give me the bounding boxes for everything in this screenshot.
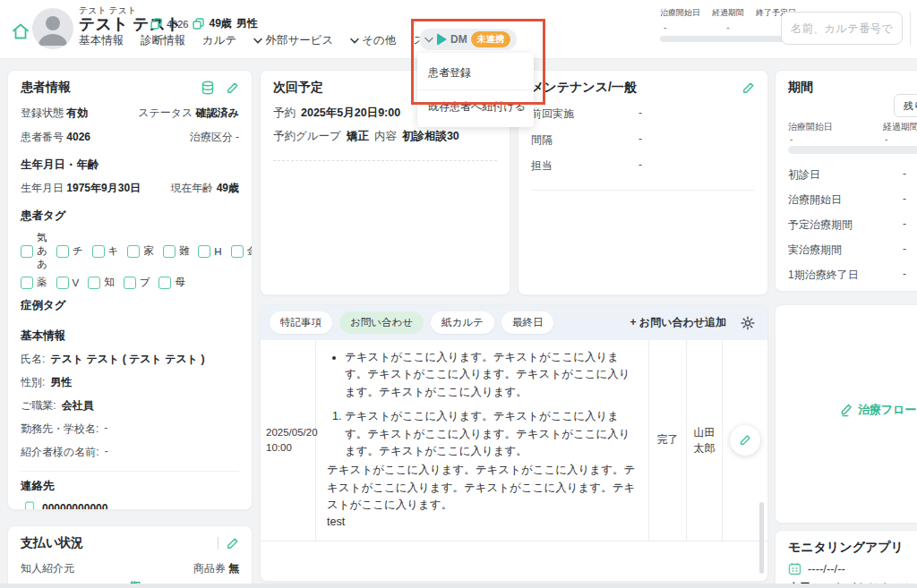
checkbox-icon bbox=[231, 245, 244, 258]
database-icon[interactable] bbox=[201, 81, 215, 95]
nav-karte[interactable]: カルテ bbox=[202, 33, 236, 48]
nav-external-services[interactable]: 外部サービス bbox=[253, 33, 333, 48]
registration-value: 有効 bbox=[66, 107, 88, 119]
patient-tag-checkbox[interactable]: キ bbox=[92, 244, 119, 258]
patient-number-label: 患者番号 bbox=[21, 131, 64, 143]
patient-tag-checkbox[interactable]: 薬 bbox=[21, 276, 47, 289]
tab-inquiries[interactable]: お問い合わせ bbox=[339, 311, 424, 334]
checkbox-icon bbox=[21, 277, 33, 289]
patient-avatar[interactable] bbox=[32, 8, 73, 49]
period-elapsed-label: 経過期間 bbox=[883, 121, 917, 133]
entry-numbered-text: テキストがここに入ります。テキストがここに入ります。テキストがここに入ります。テ… bbox=[345, 408, 638, 460]
divider bbox=[21, 471, 239, 472]
add-inquiry-button[interactable]: + お問い合わせ追加 bbox=[630, 315, 726, 330]
patient-tags-title: 患者タグ bbox=[8, 200, 252, 227]
phase1-end-label: 1期治療終了日 bbox=[788, 268, 903, 283]
chevron-down-icon bbox=[253, 38, 262, 44]
monitoring-title: モニタリングアプリ bbox=[788, 540, 904, 556]
treatment-start-label: 治療開始日 bbox=[788, 192, 903, 208]
menu-item-register-patient[interactable]: 患者登録 bbox=[417, 56, 534, 89]
dm-link-button[interactable]: DM 未連携 bbox=[419, 29, 517, 50]
inquiry-card: 特記事項 お問い合わせ 紙カルテ 最終日 + お問い合わせ追加 2025/05/… bbox=[260, 304, 768, 582]
edit-icon[interactable] bbox=[226, 81, 239, 95]
edit-icon[interactable] bbox=[226, 537, 239, 550]
checkbox-icon bbox=[21, 245, 33, 258]
checkbox-icon bbox=[159, 277, 171, 289]
patient-age: 49歳 bbox=[209, 16, 231, 31]
nav-basic-info[interactable]: 基本情報 bbox=[79, 33, 124, 48]
basic-info-title: 基本情報 bbox=[8, 317, 252, 347]
patient-tag-checkbox[interactable]: V bbox=[56, 277, 80, 289]
tab-special-notes[interactable]: 特記事項 bbox=[270, 311, 332, 334]
monitoring-date: ----/--/-- bbox=[808, 562, 845, 575]
edit-icon[interactable] bbox=[741, 81, 755, 95]
inquiry-tab-bar: 特記事項 お問い合わせ 紙カルテ 最終日 + お問い合わせ追加 bbox=[261, 305, 767, 340]
main-nav: 基本情報 診断情報 カルテ 外部サービス その他 ストレージ bbox=[79, 33, 470, 48]
monitoring-app-card: モニタリングアプリ ----/--/-- 表示データがありません。 bbox=[775, 530, 917, 588]
contact-section-title: 連絡先 bbox=[8, 479, 252, 498]
workplace-value: - bbox=[104, 422, 107, 437]
icon-separator bbox=[218, 537, 219, 550]
checkbox-icon bbox=[56, 245, 69, 258]
registration-label: 登録状態 bbox=[21, 107, 64, 119]
copy-number-icon[interactable] bbox=[193, 18, 204, 30]
mobile-number: 00000000000 bbox=[42, 502, 107, 511]
patient-sex: 男性 bbox=[236, 16, 258, 31]
checkbox-icon bbox=[88, 277, 100, 289]
current-age-label: 現在年齢 bbox=[170, 182, 213, 194]
treatment-flow-link[interactable]: 治療フロー bbox=[840, 402, 917, 418]
actual-period-label: 実治療期間 bbox=[788, 243, 903, 258]
patient-tag-checkbox[interactable]: 知 bbox=[88, 276, 115, 289]
staff-in-charge-label: 担当 bbox=[531, 158, 638, 174]
patient-tag-checkbox[interactable]: 家 bbox=[127, 244, 154, 258]
entry-status: 完了 bbox=[649, 340, 687, 541]
referrer-name-value: - bbox=[105, 445, 108, 460]
nav-diagnosis-info[interactable]: 診断情報 bbox=[141, 33, 185, 48]
voucher-label: 商品券 bbox=[193, 562, 226, 575]
patient-tag-checkbox[interactable]: 気ああ bbox=[21, 231, 47, 271]
patient-tag-checkbox[interactable]: 難 bbox=[163, 244, 190, 258]
gear-icon[interactable] bbox=[741, 316, 755, 330]
patient-info-card: 患者情報 登録状態 有効 ステータス 確認済み 患者番号 4026 治療区分 -… bbox=[7, 70, 253, 510]
entry-staff: 山田 bbox=[694, 426, 716, 439]
reserve-group-label: 予約グループ bbox=[273, 129, 341, 144]
patient-tag-checkbox[interactable]: H bbox=[198, 245, 221, 258]
case-tags-title: 症例タグ bbox=[8, 290, 252, 317]
period-title: 期間 bbox=[788, 80, 813, 96]
name-label: 氏名: bbox=[21, 352, 45, 367]
nav-others[interactable]: その他 bbox=[350, 33, 396, 48]
dm-dropdown-menu: 患者登録 既存患者へ紐付ける bbox=[417, 53, 534, 127]
patient-tag-checkbox[interactable]: 金 bbox=[231, 244, 253, 258]
copy-name-icon[interactable] bbox=[150, 18, 162, 30]
tab-paper-karte[interactable]: 紙カルテ bbox=[431, 311, 494, 334]
inquiry-row[interactable]: 2025/05/20 10:00 テキストがここに入ります。テキストがここに入り… bbox=[261, 340, 767, 541]
next-appointment-title: 次回予定 bbox=[273, 80, 323, 96]
last-performed-label: 前回実施 bbox=[531, 107, 638, 122]
checkbox-icon bbox=[198, 245, 210, 258]
horizontal-scrollbar[interactable] bbox=[0, 584, 917, 588]
reserve-group-value: 矯正 bbox=[347, 129, 369, 144]
tab-last-day[interactable]: 最終日 bbox=[501, 311, 554, 334]
header-divider bbox=[910, 12, 911, 45]
job-label: ご職業: bbox=[21, 398, 56, 413]
patient-info-title: 患者情報 bbox=[21, 80, 71, 96]
reserve-datetime: 2025年5月20日9:00 bbox=[301, 106, 400, 121]
last-performed-value: - bbox=[638, 107, 642, 122]
home-icon[interactable] bbox=[11, 21, 30, 41]
menu-item-link-existing-patient[interactable]: 既存患者へ紐付ける bbox=[417, 90, 534, 124]
category-value: - bbox=[236, 131, 239, 143]
vertical-scrollbar[interactable] bbox=[759, 502, 764, 574]
staff-in-charge-value: - bbox=[638, 158, 642, 174]
search-input[interactable] bbox=[781, 12, 903, 45]
dm-app-icon bbox=[437, 33, 447, 46]
patient-tag-checkbox[interactable]: ブ bbox=[124, 276, 150, 289]
patient-tag-checkbox[interactable]: チ bbox=[56, 244, 83, 258]
edit-entry-button[interactable] bbox=[730, 425, 760, 456]
period-start-label: 治療開始日 bbox=[788, 121, 883, 133]
maintenance-title: メンテナンス/一般 bbox=[531, 80, 637, 96]
entry-body: テキストがここに入ります。テキストがここに入ります。テキストがここに入ります。テ… bbox=[316, 340, 649, 541]
entry-date: 2025/05/20 bbox=[266, 425, 310, 440]
name-value: テスト テスト ( テスト テスト ) bbox=[50, 352, 204, 367]
entry-note-text: test bbox=[327, 514, 638, 531]
patient-tag-checkbox[interactable]: 母 bbox=[159, 276, 185, 289]
